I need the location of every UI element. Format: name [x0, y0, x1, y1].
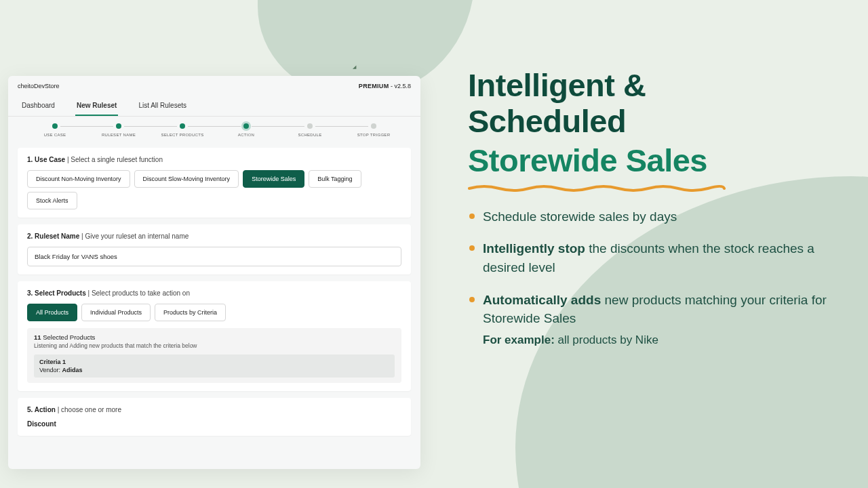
- product-mode-option[interactable]: Products by Criteria: [155, 304, 226, 321]
- tab-dashboard[interactable]: Dashboard: [20, 99, 56, 116]
- bullet-schedule: Schedule storewide sales by days: [468, 207, 841, 226]
- store-name: cheitoDevStore: [18, 83, 60, 89]
- step-action[interactable]: ACTION: [214, 123, 278, 137]
- step-dot-icon: [243, 123, 249, 129]
- plan-label: PREMIUM: [359, 83, 389, 89]
- action-heading: 5. Action | choose one or more: [27, 406, 401, 413]
- use-case-option[interactable]: Bulk Tagging: [309, 170, 361, 188]
- step-dot-icon: [371, 123, 376, 129]
- selected-products-block: 11 Selected Products Listening and Addin…: [27, 328, 401, 383]
- section-ruleset-name: 2. Ruleset Name | Give your ruleset an i…: [18, 224, 411, 274]
- bullet-intelligent-stop: Intelligently stop the discounts when th…: [468, 239, 841, 277]
- step-schedule[interactable]: SCHEDULE: [278, 123, 342, 137]
- underline-squiggle-icon: [468, 183, 726, 192]
- use-case-option[interactable]: Discount Slow-Moving Inventory: [134, 170, 239, 188]
- step-ruleset-name[interactable]: RULESET NAME: [87, 123, 151, 137]
- app-panel: cheitoDevStore PREMIUMv2.5.8 Dashboard N…: [8, 76, 420, 469]
- use-case-heading: 1. Use Case | Select a single ruleset fu…: [27, 156, 401, 163]
- ruleset-name-heading: 2. Ruleset Name | Give your ruleset an i…: [27, 232, 401, 240]
- app-version: v2.5.8: [389, 83, 411, 89]
- step-label: SELECT PRODUCTS: [161, 133, 203, 137]
- section-use-case: 1. Use Case | Select a single ruleset fu…: [18, 148, 411, 218]
- step-dot-icon: [52, 123, 58, 129]
- step-label: USE CASE: [44, 133, 66, 137]
- section-select-products: 3. Select Products | Select products to …: [18, 281, 411, 391]
- product-mode-options: All ProductsIndividual ProductsProducts …: [27, 304, 401, 321]
- criteria-row[interactable]: Criteria 1 Vendor: Adidas: [34, 354, 395, 378]
- plan-badge: PREMIUMv2.5.8: [359, 83, 411, 89]
- action-discount-label: Discount: [27, 420, 401, 428]
- brand-mark: ◢: [353, 64, 356, 70]
- use-case-options: Discount Non-Moving InventoryDiscount Sl…: [27, 170, 401, 209]
- progress-stepper: USE CASERULESET NAMESELECT PRODUCTSACTIO…: [8, 117, 420, 141]
- section-action: 5. Action | choose one or more Discount: [18, 398, 411, 436]
- product-mode-option[interactable]: Individual Products: [81, 304, 151, 321]
- main-tabs: Dashboard New Ruleset List All Rulesets: [8, 94, 420, 117]
- step-label: ACTION: [238, 133, 254, 137]
- product-mode-option[interactable]: All Products: [27, 304, 77, 321]
- use-case-option[interactable]: Discount Non-Moving Inventory: [27, 170, 130, 188]
- headline: Intelligent & Scheduled Storewide Sales: [468, 68, 841, 192]
- headline-accent: Storewide Sales: [468, 143, 726, 192]
- tab-new-ruleset[interactable]: New Ruleset: [75, 99, 118, 116]
- step-label: RULESET NAME: [102, 133, 136, 137]
- step-dot-icon: [180, 123, 185, 129]
- step-label: STOP TRIGGER: [357, 133, 391, 137]
- step-dot-icon: [116, 123, 121, 129]
- panel-header: cheitoDevStore PREMIUMv2.5.8: [8, 76, 420, 94]
- step-label: SCHEDULE: [298, 133, 321, 137]
- step-stop-trigger[interactable]: STOP TRIGGER: [342, 123, 406, 137]
- marketing-copy: Intelligent & Scheduled Storewide Sales …: [468, 68, 841, 362]
- selected-count-row: 11 Selected Products: [34, 333, 395, 341]
- step-dot-icon: [307, 123, 313, 129]
- feature-bullets: Schedule storewide sales by days Intelli…: [468, 207, 841, 348]
- tab-list-all[interactable]: List All Rulesets: [137, 99, 188, 116]
- bullet-auto-add: Automatically adds new products matching…: [468, 291, 841, 349]
- use-case-option[interactable]: Stock Alerts: [27, 192, 77, 209]
- select-products-heading: 3. Select Products | Select products to …: [27, 289, 401, 297]
- ruleset-name-input[interactable]: [27, 247, 401, 266]
- step-use-case[interactable]: USE CASE: [23, 123, 87, 137]
- listening-note: Listening and Adding new products that m…: [34, 342, 395, 349]
- bullet-example: For example: all products by Nike: [483, 332, 841, 349]
- step-select-products[interactable]: SELECT PRODUCTS: [151, 123, 214, 137]
- use-case-option[interactable]: Storewide Sales: [243, 170, 304, 188]
